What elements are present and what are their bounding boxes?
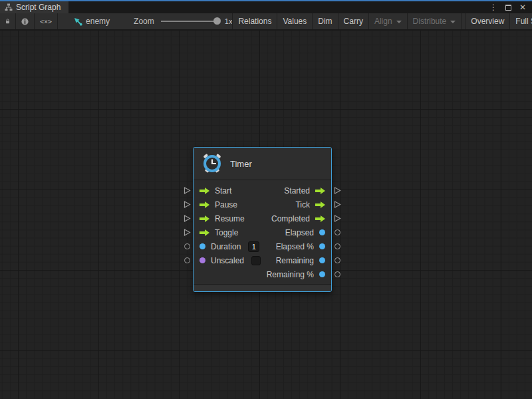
value-port-icon	[319, 243, 325, 249]
outer-flow-port-tick[interactable]	[334, 201, 341, 208]
output-port-elapsed-percent[interactable]: Elapsed %	[276, 242, 325, 251]
info-icon	[21, 17, 29, 26]
graph-toolbar: <×> enemy Zoom 1x Relations Values Dim C…	[0, 13, 532, 30]
zoom-label: Zoom	[134, 17, 154, 26]
outer-flow-port-completed[interactable]	[334, 215, 341, 222]
outer-value-port-unscaled[interactable]	[184, 257, 190, 263]
output-port-elapsed[interactable]: Elapsed	[285, 228, 325, 237]
distribute-dropdown: Distribute	[408, 13, 462, 29]
timer-node[interactable]: Timer Start Started Pause	[193, 147, 332, 292]
input-port-pause[interactable]: Pause	[200, 200, 237, 209]
node-body: Start Started Pause Tick	[194, 180, 331, 284]
flow-arrow-icon	[315, 215, 325, 222]
flow-arrow-icon	[315, 188, 325, 194]
tab-bar: Script Graph ⋮ ✕	[0, 1, 532, 13]
unscaled-checkbox[interactable]	[251, 256, 261, 265]
outer-flow-port-pause[interactable]	[184, 201, 191, 208]
chevron-down-icon	[450, 21, 456, 23]
breadcrumb[interactable]: enemy	[74, 13, 110, 29]
output-port-remaining[interactable]: Remaining	[276, 256, 325, 265]
output-port-completed[interactable]: Completed	[271, 214, 325, 223]
align-dropdown: Align	[369, 13, 408, 29]
outer-flow-port-start[interactable]	[184, 187, 191, 194]
timer-node-header[interactable]: Timer	[194, 148, 331, 180]
port-row: Toggle Elapsed	[194, 225, 331, 239]
value-port-icon	[319, 271, 325, 277]
edit-source-button[interactable]: <×>	[35, 13, 58, 29]
carry-button[interactable]: Carry	[338, 13, 369, 29]
value-port-icon	[200, 243, 205, 249]
outer-flow-port-started[interactable]	[334, 187, 341, 194]
tab-title: Script Graph	[16, 3, 61, 12]
input-port-unscaled[interactable]: Unscaled	[200, 256, 261, 265]
alarm-clock-icon	[201, 153, 223, 174]
flow-arrow-icon	[200, 188, 209, 194]
tab-script-graph[interactable]: Script Graph	[0, 1, 68, 13]
value-port-icon	[319, 229, 325, 235]
window-menu-icon[interactable]: ⋮	[488, 2, 499, 13]
lock-button[interactable]	[0, 13, 16, 29]
fullscreen-button[interactable]: Full Screen	[510, 13, 532, 29]
port-row: Unscaled Remaining	[194, 253, 331, 267]
breadcrumb-label: enemy	[86, 17, 110, 26]
port-row: Resume Completed	[194, 211, 331, 225]
maximize-icon[interactable]	[503, 2, 513, 13]
graph-hierarchy-icon	[5, 3, 13, 11]
outer-value-port-elapsed-percent[interactable]	[334, 243, 340, 249]
zoom-control: Zoom 1x	[134, 13, 232, 29]
output-port-remaining-percent[interactable]: Remaining %	[267, 270, 325, 279]
graph-canvas[interactable]: Timer Start Started Pause	[0, 31, 532, 399]
relations-button[interactable]: Relations	[232, 13, 277, 29]
bool-port-icon	[200, 257, 205, 263]
close-icon[interactable]: ✕	[517, 2, 528, 13]
overview-button[interactable]: Overview	[465, 13, 510, 29]
flow-arrow-icon	[200, 201, 209, 208]
outer-value-port-remaining-percent[interactable]	[334, 271, 340, 277]
output-port-started[interactable]: Started	[284, 186, 325, 196]
zoom-slider-handle[interactable]	[213, 17, 221, 25]
lock-icon	[5, 17, 10, 25]
input-port-toggle[interactable]: Toggle	[200, 228, 238, 237]
input-port-resume[interactable]: Resume	[200, 214, 245, 223]
input-port-duration[interactable]: Duration	[200, 241, 259, 252]
outer-flow-port-toggle[interactable]	[184, 229, 191, 236]
zoom-slider-track	[161, 21, 219, 22]
value-port-icon	[319, 257, 325, 263]
window-controls: ⋮ ✕	[488, 1, 532, 13]
zoom-value: 1x	[225, 17, 233, 25]
zoom-slider[interactable]	[161, 17, 219, 26]
duration-value-input[interactable]	[248, 241, 259, 252]
chevron-down-icon	[396, 21, 402, 23]
port-row: Pause Tick	[194, 198, 331, 211]
outer-value-port-remaining[interactable]	[334, 257, 340, 263]
port-row: Start Started	[194, 184, 331, 198]
dim-button[interactable]: Dim	[313, 13, 338, 29]
node-title: Timer	[230, 159, 252, 169]
output-port-tick[interactable]: Tick	[295, 200, 325, 209]
flow-arrow-icon	[200, 215, 209, 222]
info-button[interactable]	[16, 13, 35, 29]
toolbar-buttons: Relations Values Dim Carry Align Distrib…	[232, 13, 532, 29]
script-graph-asset-icon	[74, 17, 82, 26]
outer-value-port-elapsed[interactable]	[334, 229, 340, 235]
script-graph-window: Script Graph ⋮ ✕ <×>	[0, 0, 532, 399]
flow-arrow-icon	[315, 201, 325, 208]
input-port-start[interactable]: Start	[200, 186, 231, 196]
values-button[interactable]: Values	[277, 13, 313, 29]
outer-flow-port-resume[interactable]	[184, 215, 191, 222]
flow-arrow-icon	[200, 229, 209, 236]
port-row: Remaining %	[194, 267, 331, 281]
port-row: Duration Elapsed %	[194, 239, 331, 253]
node-footer-expander[interactable]	[194, 284, 331, 291]
outer-value-port-duration[interactable]	[184, 243, 190, 249]
